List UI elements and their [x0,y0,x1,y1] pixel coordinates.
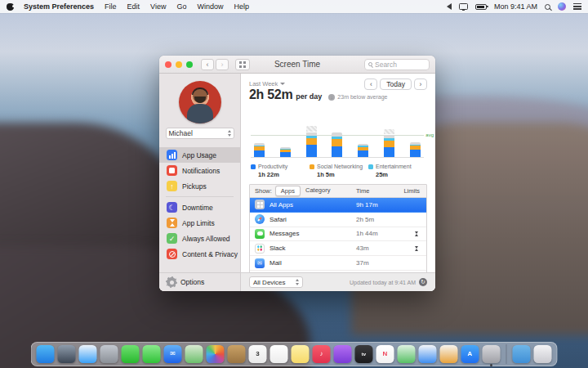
dock-icon-glyph: tv [362,352,366,357]
messages-dock-icon[interactable] [122,345,140,363]
segment-category[interactable]: Category [301,186,335,196]
contacts-dock-icon[interactable] [228,345,246,363]
menu-item-view[interactable]: View [150,2,166,11]
minimize-button[interactable] [176,61,182,68]
legend-value: 25m [376,171,427,178]
tv-dock-icon[interactable]: tv [355,345,373,363]
chart-bar-wed[interactable] [332,132,342,157]
average-value: 2h 52m [249,88,292,102]
volume-icon[interactable] [447,3,452,10]
segment-productivity [254,150,265,157]
sidebar-item-content-privacy[interactable]: Content & Privacy [159,246,240,262]
main-content: Last Week ‹ Today › 2h 52m per day ↓ 23m… [241,74,435,291]
siri-icon[interactable] [558,2,566,11]
table-row-messages[interactable]: Messages1h 44m [250,227,426,242]
table-row-slack[interactable]: Slack43m [250,241,426,256]
segment-apps[interactable]: Apps [275,186,301,196]
calendar-dock-icon[interactable]: 3 [249,345,267,363]
apple-menu-icon[interactable] [7,3,14,11]
facetime-dock-icon[interactable] [143,345,161,363]
reminders-dock-icon[interactable] [270,345,288,363]
sidebar-item-downtime[interactable]: Downtime [159,200,240,215]
check-icon [167,233,177,244]
sidebar-item-pickups[interactable]: Pickups [159,178,240,194]
chart-icon [167,150,177,160]
numbers-dock-icon[interactable] [398,345,416,363]
app-menu-title[interactable]: System Preferences [24,2,94,11]
display-icon[interactable] [459,3,468,10]
table-row-mail[interactable]: Mail37m [250,256,426,271]
legend-value: 1h 5m [317,171,368,178]
menu-clock[interactable]: Mon 9:41 AM [494,2,537,11]
safari-dock-icon[interactable] [79,345,97,363]
app-store-dock-icon[interactable]: A [461,345,479,363]
window-titlebar[interactable]: ‹ › Screen Time [159,56,435,74]
legend-item-social-networking: Social Networking1h 5m [310,164,368,178]
menu-item-file[interactable]: File [105,2,117,11]
chart-bar-mon[interactable] [280,147,291,157]
sidebar-item-app-limits[interactable]: App Limits [159,215,240,231]
table-row-safari[interactable]: Safari2h 5m [250,213,426,227]
maps-dock-icon[interactable] [185,345,203,363]
sidebar-item-app-usage[interactable]: App Usage [159,147,240,163]
podcasts-dock-icon[interactable] [334,345,352,363]
back-button[interactable]: ‹ [201,59,214,70]
sidebar-item-always-allowed[interactable]: Always Allowed [159,231,240,246]
menu-item-go[interactable]: Go [176,2,186,11]
mail-dock-icon[interactable]: ✉ [164,345,182,363]
menu-item-help[interactable]: Help [234,2,249,11]
system-preferences-dock-icon[interactable] [483,345,501,363]
menu-item-edit[interactable]: Edit [127,2,140,11]
chart-bars [251,124,424,157]
sidebar-item-label: Always Allowed [182,235,230,243]
pages-dock-icon[interactable] [440,345,458,363]
hourglass-icon [167,218,177,228]
refresh-icon[interactable]: ↻ [419,278,427,286]
chart-bar-tue[interactable] [306,126,317,157]
segment-productivity [358,150,368,157]
music-dock-icon[interactable]: ♪ [313,345,331,363]
segment-social-networking [306,138,317,145]
app-name: Slack [270,245,286,252]
launchpad-dock-icon[interactable] [58,345,76,363]
period-dropdown[interactable]: Last Week [249,80,285,88]
next-day-button[interactable]: › [414,79,427,90]
chart-bar-sat[interactable] [410,142,421,157]
usage-headline: 2h 52m per day ↓ 23m below average [249,88,387,102]
sidebar-item-notifications[interactable]: Notifications [159,163,240,178]
downloads-folder-dock-icon[interactable] [513,345,531,363]
menu-item-window[interactable]: Window [197,2,223,11]
search-field[interactable] [364,59,430,70]
show-all-button[interactable] [235,59,250,70]
chart-bar-sun[interactable] [254,143,265,157]
messages-app-icon [255,229,265,239]
show-segmented-control: AppsCategory [275,186,336,196]
keynote-dock-icon[interactable] [419,345,437,363]
notes-dock-icon[interactable] [292,345,310,363]
options-button[interactable]: Options [159,272,240,291]
table-row-all-apps[interactable]: All Apps9h 17m [250,198,426,213]
news-dock-icon[interactable]: N [376,345,394,363]
spotlight-icon[interactable] [545,4,550,10]
period-label: Last Week [249,80,278,88]
photos-dock-icon[interactable] [207,345,225,363]
chart-bar-fri[interactable] [384,129,394,157]
legend-row: Entertainment [368,164,427,169]
segment-productivity [280,152,291,157]
glyph [169,251,176,258]
search-input[interactable] [375,61,425,69]
user-select[interactable]: Michael [166,128,234,139]
legend-swatch [310,164,314,169]
notification-center-icon[interactable] [573,3,581,10]
trash-dock-icon[interactable] [534,345,552,363]
preview-dock-icon[interactable] [100,345,118,363]
chart-bar-thu[interactable] [358,144,368,157]
zoom-button[interactable] [186,61,193,68]
hourglass-glyph [170,219,175,227]
devices-select[interactable]: All Devices [249,276,303,288]
finder-dock-icon[interactable] [37,345,55,363]
legend-swatch [251,164,256,169]
battery-icon[interactable] [475,4,487,10]
close-button[interactable] [165,61,172,68]
forward-button[interactable]: › [216,59,229,70]
